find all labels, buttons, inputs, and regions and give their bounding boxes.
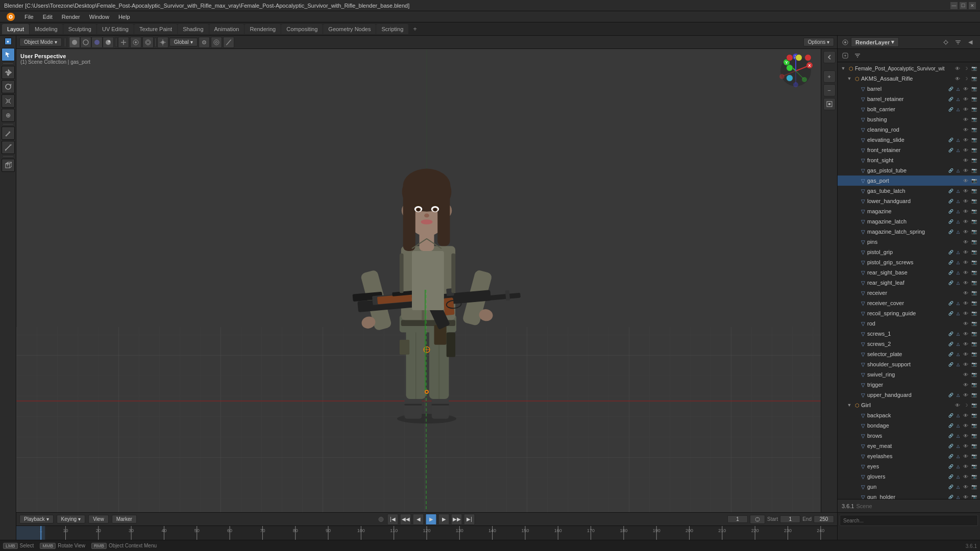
next-frame[interactable]: ▶ — [438, 514, 450, 525]
render-btn[interactable]: 📷 — [970, 197, 978, 205]
render-btn[interactable]: 📷 — [970, 299, 978, 307]
visibility-btn[interactable]: 👁 — [962, 238, 970, 246]
visibility-btn[interactable]: 👁 — [962, 360, 970, 368]
visibility-btn[interactable]: 👁 — [962, 95, 970, 103]
frame-selected[interactable] — [823, 98, 836, 110]
visibility-btn[interactable]: 👁 — [962, 340, 970, 348]
tab-geometry-nodes[interactable]: Geometry Nodes — [323, 24, 376, 34]
visibility-btn[interactable]: 👁 — [962, 432, 970, 440]
visibility-btn[interactable]: 👁 — [962, 166, 970, 174]
tree-item[interactable]: ▶ ▽ lower_handguard 🔗 △ 👁 📷 — [838, 196, 980, 206]
visibility-btn[interactable]: 👁 — [962, 442, 970, 450]
transform-orientation[interactable]: Global ▾ — [169, 38, 198, 46]
tab-modeling[interactable]: Modeling — [30, 24, 63, 34]
tab-texture-paint[interactable]: Texture Paint — [134, 24, 177, 34]
keying-menu[interactable]: Keying ▾ — [57, 515, 86, 523]
restrict-akms[interactable]: ☽ — [962, 74, 970, 83]
render-btn[interactable]: 📷 — [970, 248, 978, 256]
visibility-btn[interactable]: 👁 — [962, 391, 970, 399]
tree-item[interactable]: ▶ ▽ swivel_ring 👁 📷 — [838, 369, 980, 380]
maximize-button[interactable]: ☐ — [960, 2, 967, 9]
marker-menu[interactable]: Marker — [112, 515, 137, 523]
render-btn[interactable]: 📷 — [970, 370, 978, 379]
visibility-btn[interactable]: 👁 — [962, 156, 970, 164]
jump-to-start[interactable]: |◀ — [387, 514, 399, 525]
tree-expand[interactable]: ▼ — [846, 402, 853, 409]
tab-compositing[interactable]: Compositing — [281, 24, 323, 34]
visibility-btn[interactable]: 👁 — [962, 187, 970, 195]
render-btn[interactable]: 📷 — [970, 493, 978, 499]
visibility-btn[interactable]: 👁 — [962, 452, 970, 460]
tab-layout[interactable]: Layout — [2, 24, 29, 34]
tree-item[interactable]: ▶ ▽ magazine_latch_spring 🔗 △ 👁 📷 — [838, 227, 980, 237]
visibility-btn[interactable]: 👁 — [962, 462, 970, 470]
render-btn[interactable]: 📷 — [970, 330, 978, 338]
snap-toggle[interactable] — [157, 37, 168, 48]
jump-to-end[interactable]: ▶| — [464, 514, 475, 525]
render-btn[interactable]: 📷 — [970, 319, 978, 328]
tree-item[interactable]: ▶ ▽ selector_plate 🔗 △ 👁 📷 — [838, 349, 980, 359]
tree-item[interactable]: ▶ ▽ recoil_spring_guide 🔗 △ 👁 📷 — [838, 308, 980, 318]
view-filter[interactable] — [852, 50, 863, 61]
visibility-btn[interactable]: 👁 — [962, 126, 970, 134]
render-btn[interactable]: 📷 — [970, 442, 978, 450]
tree-item[interactable]: ▶ ▽ screws_2 🔗 △ 👁 📷 — [838, 339, 980, 349]
tree-item[interactable]: ▶ ▽ magazine 🔗 △ 👁 📷 — [838, 206, 980, 216]
visibility-btn[interactable]: 👁 — [962, 207, 970, 215]
stamp-icon[interactable] — [750, 515, 765, 524]
render-btn[interactable]: 📷 — [970, 126, 978, 134]
tree-item[interactable]: ▶ ▽ barrel 🔗 △ 👁 📷 — [838, 84, 980, 94]
render-btn[interactable]: 📷 — [970, 289, 978, 297]
annotate-tool[interactable] — [2, 127, 15, 140]
show-overlays[interactable] — [130, 37, 141, 48]
tree-item[interactable]: ▶ ▽ magazine_latch 🔗 △ 👁 📷 — [838, 216, 980, 227]
options-button[interactable]: Options ▾ — [803, 38, 834, 46]
tree-item[interactable]: ▶ ▽ front_retainer 🔗 △ 👁 📷 — [838, 145, 980, 155]
scene-settings[interactable] — [940, 37, 951, 48]
tab-sculpting[interactable]: Sculpting — [63, 24, 96, 34]
outliner-search[interactable] — [840, 515, 978, 526]
render-btn[interactable]: 📷 — [970, 177, 978, 185]
visibility-btn[interactable]: 👁 — [962, 370, 970, 379]
tree-item[interactable]: ▶ ▽ eye_meat 🔗 △ 👁 📷 — [838, 441, 980, 451]
visibility-btn[interactable]: 👁 — [962, 319, 970, 328]
visibility-btn[interactable]: 👁 — [953, 401, 962, 409]
play-button[interactable]: ▶ — [426, 514, 437, 525]
visibility-btn[interactable]: 👁 — [962, 268, 970, 277]
tree-root-scene[interactable]: ▼ ⬡ Female_Post_Apocalyptic_Survivor_wit… — [838, 63, 980, 73]
tree-item[interactable]: ▶ ▽ eyelashes 🔗 △ 👁 📷 — [838, 451, 980, 461]
visibility-btn[interactable]: 👁 — [962, 115, 970, 123]
menu-file[interactable]: File — [20, 13, 38, 21]
tree-item[interactable]: ▶ ▽ gas_pistol_tube 🔗 △ 👁 📷 — [838, 165, 980, 176]
menu-render[interactable]: Render — [58, 13, 84, 21]
render-btn[interactable]: 📷 — [970, 452, 978, 460]
tree-item[interactable]: ▶ ▽ pistol_grip_screws 🔗 △ 👁 📷 — [838, 257, 980, 267]
tree-item[interactable]: ▶ ▽ receiver 👁 📷 — [838, 288, 980, 298]
render-btn[interactable]: 📷 — [970, 238, 978, 246]
render-btn[interactable]: 📷 — [970, 207, 978, 215]
visibility-btn[interactable]: 👁 — [962, 421, 970, 430]
timeline-view-menu[interactable]: View — [88, 515, 109, 523]
visibility-btn[interactable]: 👁 — [962, 472, 970, 481]
render-btn[interactable]: 📷 — [970, 411, 978, 419]
tree-item[interactable]: ▶ ▽ rear_sight_base 🔗 △ 👁 📷 — [838, 267, 980, 278]
tab-animation[interactable]: Animation — [209, 24, 244, 34]
scene-selector[interactable]: RenderLayer ▾ — [851, 37, 899, 47]
render-btn[interactable]: 📷 — [970, 340, 978, 348]
minimize-button[interactable]: — — [950, 2, 958, 9]
tree-item[interactable]: ▶ ▽ bushing 👁 📷 — [838, 114, 980, 124]
scale-tool[interactable] — [2, 94, 15, 108]
tree-item[interactable]: ▼ ⬡ Girl 👁 ☽ 📷 — [838, 400, 980, 410]
tab-shading[interactable]: Shading — [178, 24, 208, 34]
restrict-root[interactable]: ☽ — [962, 64, 970, 72]
render-btn[interactable]: 📷 — [970, 421, 978, 430]
show-gizmos[interactable] — [118, 37, 129, 48]
mode-selector[interactable]: Object Mode ▾ — [19, 38, 62, 46]
viewport-material-mode[interactable] — [91, 37, 103, 48]
viewport-render-mode[interactable] — [103, 37, 114, 48]
visibility-btn[interactable]: 👁 — [962, 177, 970, 185]
render-btn[interactable]: 📷 — [970, 136, 978, 144]
move-tool[interactable] — [2, 66, 15, 79]
viewport-wireframe-mode[interactable] — [80, 37, 91, 48]
visibility-btn[interactable]: 👁 — [962, 248, 970, 256]
